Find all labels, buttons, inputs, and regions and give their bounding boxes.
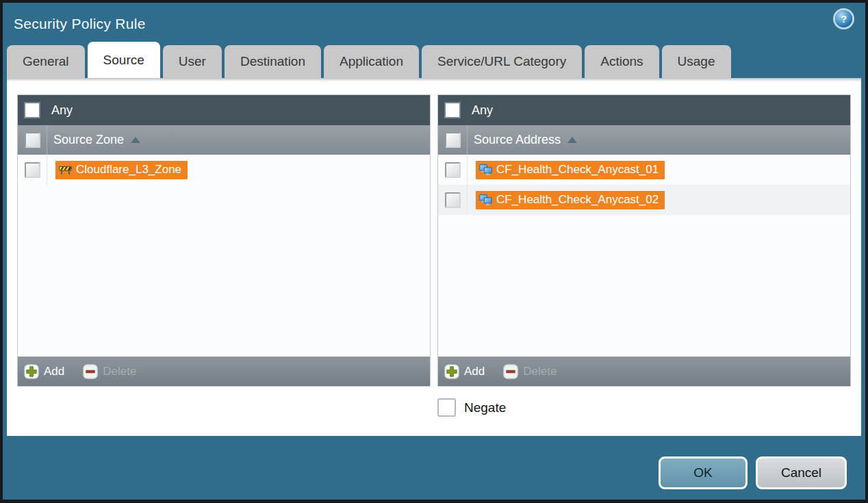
source-address-delete-button[interactable]: Delete bbox=[503, 364, 557, 379]
source-address-toolbar: Add Delete bbox=[438, 357, 850, 386]
source-address-row-label: CF_Health_Check_Anycast_02 bbox=[496, 193, 659, 207]
source-zone-list: Cloudflare_L3_Zone bbox=[18, 155, 430, 357]
tab-source[interactable]: Source bbox=[88, 42, 160, 78]
source-address-row[interactable]: CF_Health_Check_Anycast_02 bbox=[438, 185, 850, 215]
source-zone-add-button[interactable]: Add bbox=[24, 364, 64, 379]
tab-service-url-category[interactable]: Service/URL Category bbox=[422, 45, 582, 78]
source-zone-toolbar: Add Delete bbox=[18, 357, 430, 386]
source-zone-delete-button[interactable]: Delete bbox=[83, 364, 136, 379]
address-hosts-icon bbox=[479, 194, 492, 206]
source-address-any-checkbox[interactable] bbox=[444, 102, 461, 118]
address-chip: CF_Health_Check_Anycast_01 bbox=[476, 161, 665, 179]
source-zone-panel: Any Source Zone bbox=[17, 94, 431, 387]
negate-checkbox[interactable] bbox=[437, 398, 456, 417]
source-address-row[interactable]: CF_Health_Check_Anycast_01 bbox=[438, 155, 850, 185]
green-plus-icon bbox=[444, 364, 459, 379]
source-zone-column-title: Source Zone bbox=[53, 133, 124, 147]
source-address-column-title: Source Address bbox=[474, 133, 561, 147]
tab-bar: General Source User Destination Applicat… bbox=[3, 45, 865, 78]
ok-button[interactable]: OK bbox=[659, 456, 748, 489]
tab-content-source: Any Source Zone bbox=[7, 78, 861, 436]
source-address-row-checkbox[interactable] bbox=[445, 162, 461, 178]
source-address-list: CF_Health_Check_Anycast_01 bbox=[438, 155, 850, 357]
source-zone-select-all-checkbox[interactable] bbox=[25, 132, 40, 148]
tab-general[interactable]: General bbox=[7, 45, 85, 78]
source-address-any-row: Any bbox=[438, 95, 850, 125]
zone-chip: Cloudflare_L3_Zone bbox=[55, 161, 188, 179]
source-address-column-header[interactable]: Source Address bbox=[438, 125, 850, 155]
red-minus-icon bbox=[503, 364, 518, 379]
source-address-select-all-checkbox[interactable] bbox=[445, 132, 461, 148]
negate-row: Negate bbox=[17, 398, 851, 417]
source-zone-row-checkbox[interactable] bbox=[25, 162, 40, 178]
help-icon[interactable]: ? bbox=[835, 10, 852, 27]
green-plus-icon bbox=[24, 364, 39, 379]
negate-label: Negate bbox=[464, 400, 506, 415]
source-address-row-label: CF_Health_Check_Anycast_01 bbox=[496, 163, 659, 177]
source-zone-row-label: Cloudflare_L3_Zone bbox=[76, 163, 181, 177]
zone-barrier-icon bbox=[59, 165, 72, 175]
tab-user[interactable]: User bbox=[163, 45, 222, 78]
source-address-any-label: Any bbox=[472, 103, 493, 118]
source-address-panel: Any Source Address bbox=[437, 94, 851, 387]
dialog-title: Security Policy Rule bbox=[14, 16, 146, 32]
red-minus-icon bbox=[83, 364, 98, 379]
tab-destination[interactable]: Destination bbox=[225, 45, 321, 78]
address-hosts-icon bbox=[479, 164, 492, 176]
source-address-row-checkbox[interactable] bbox=[445, 192, 461, 208]
source-zone-any-checkbox[interactable] bbox=[24, 102, 40, 118]
sort-ascending-arrow-icon bbox=[131, 137, 140, 143]
sort-ascending-arrow-icon bbox=[567, 137, 577, 143]
source-address-add-button[interactable]: Add bbox=[444, 364, 485, 379]
security-policy-rule-dialog: Security Policy Rule ? General Source Us… bbox=[0, 0, 868, 503]
tab-usage[interactable]: Usage bbox=[662, 45, 731, 78]
source-zone-column-header[interactable]: Source Zone bbox=[18, 125, 430, 155]
source-zone-row[interactable]: Cloudflare_L3_Zone bbox=[18, 155, 430, 185]
source-zone-any-row: Any bbox=[18, 95, 430, 125]
tab-actions[interactable]: Actions bbox=[585, 45, 659, 78]
dialog-button-bar: OK Cancel bbox=[659, 456, 847, 489]
source-zone-any-label: Any bbox=[51, 103, 73, 118]
tab-application[interactable]: Application bbox=[324, 45, 419, 78]
cancel-button[interactable]: Cancel bbox=[756, 456, 847, 489]
dialog-titlebar: Security Policy Rule ? bbox=[3, 3, 865, 45]
address-chip: CF_Health_Check_Anycast_02 bbox=[476, 191, 665, 209]
